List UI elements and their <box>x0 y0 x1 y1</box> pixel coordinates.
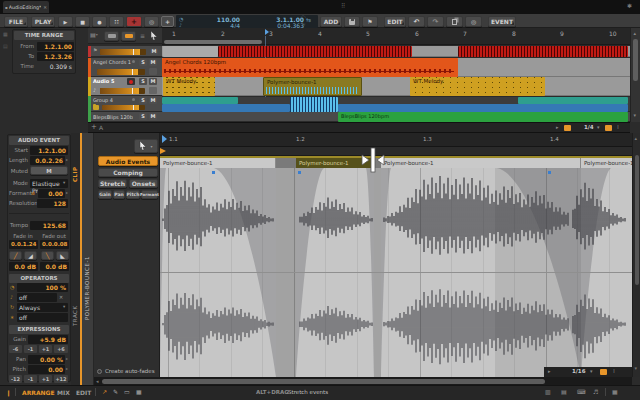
layout-dots-icon[interactable]: ⠿ <box>341 2 345 9</box>
arr-grid-dropdown-icon[interactable]: ▾ <box>597 124 600 130</box>
track-4-mute-button[interactable]: M <box>149 97 157 104</box>
angel-chords-clip[interactable]: Angel Chords 120bpm <box>162 58 458 77</box>
track-5-name[interactable]: BlepsBlips 120b.. <box>93 114 133 120</box>
stretch-marker-dot[interactable] <box>212 171 215 174</box>
polymer-audio-clip[interactable] <box>290 97 338 112</box>
track-1-mute-button[interactable]: M <box>150 48 158 55</box>
wt-melody-clip-2[interactable]: WT Melody <box>410 77 545 96</box>
teal-clip-2[interactable] <box>518 97 628 104</box>
pitch-step-+1[interactable]: +1 <box>39 375 52 383</box>
audio-event-title-1[interactable]: Polymer-bounce-1 <box>160 158 276 168</box>
red-audio-clip-2[interactable] <box>458 46 628 57</box>
panel-toggle-keyboard-icon[interactable]: ⌨ <box>577 388 586 395</box>
arranger-canvas[interactable]: 1 2 3 4 5 6 7 8 9 10 Angel Chords 120bpm… <box>162 28 630 122</box>
timing-dropdown[interactable]: Always <box>17 303 68 312</box>
cue-range-bar[interactable] <box>164 40 262 44</box>
track-2-name[interactable]: Angel Chords 120b.. <box>93 59 131 65</box>
scroll-up-icon[interactable]: ▴ <box>634 30 637 36</box>
fade-out-value[interactable]: 0.0.0.08 <box>40 240 69 249</box>
groove-button[interactable]: ∷ <box>109 16 124 27</box>
redo-button[interactable]: ↷ <box>427 16 444 27</box>
to-value[interactable]: 1.2.3.26 <box>37 52 74 61</box>
stretch-marker-dot[interactable] <box>548 171 551 174</box>
ed-grid-dropdown-icon[interactable]: ▾ <box>590 368 593 374</box>
scroll-down-icon[interactable]: ▾ <box>634 112 637 118</box>
arranger-playhead-icon[interactable] <box>265 29 269 35</box>
gain-step--1[interactable]: -1 <box>24 345 37 353</box>
panel-toggle-notes-icon[interactable]: ▥ <box>545 388 551 395</box>
timing-dropdown-icon[interactable]: ▾ <box>63 304 65 309</box>
pitch-step--1[interactable]: -1 <box>24 375 37 383</box>
track-4-solo-button[interactable]: S <box>139 97 147 104</box>
panel-strip-icon2[interactable]: ▤ <box>3 43 8 49</box>
fade-in-value[interactable]: 0.0.1.24 <box>9 240 38 249</box>
fade-out-linear-button[interactable]: ╲ <box>41 251 54 260</box>
track-display-mode-icon[interactable]: ▤▾ <box>90 31 98 38</box>
audio-event-title-3[interactable]: Polymer-bounce-1 <box>381 158 581 168</box>
editor-grid-value[interactable]: 1/16 <box>572 368 586 374</box>
track-2-solo-button[interactable]: S <box>139 59 147 66</box>
snap-toggle-icon[interactable]: ↗ <box>102 388 107 395</box>
comping-button[interactable]: Comping <box>98 168 158 177</box>
pointer-tool-icon[interactable] <box>150 31 159 41</box>
fade-curve-icon[interactable]: ∿ <box>300 20 306 28</box>
gain-step-+1[interactable]: +1 <box>39 345 52 353</box>
punch-in-button[interactable]: + <box>161 16 174 27</box>
track-3-name[interactable]: Audio 5 <box>93 78 123 84</box>
view-mix[interactable]: MIX <box>57 389 70 396</box>
mode-dropdown-icon[interactable]: ▾ <box>63 180 65 185</box>
event-tempo-value[interactable]: 125.68 <box>30 221 68 230</box>
pitch-step-+12[interactable]: +12 <box>54 375 68 383</box>
play-menu-button[interactable]: PLAY <box>31 16 55 27</box>
pitch-stepper-icon[interactable]: ▸ <box>66 366 68 371</box>
from-value[interactable]: 1.2.1.00 <box>37 42 74 51</box>
editor-canvas[interactable]: 1.1 1.2 1.3 1.4 Polymer-bounce-1 Polymer… <box>160 133 632 377</box>
track-2-monitor-dot[interactable] <box>132 60 135 63</box>
fade-in-linear-button[interactable]: ╱ <box>9 251 22 260</box>
copy-button[interactable] <box>446 16 463 27</box>
stretch-button[interactable]: Stretch <box>98 179 127 188</box>
gain-value[interactable]: +5.9 dB <box>28 335 68 344</box>
ed-zoom-grip-icon[interactable]: ⁞ <box>613 367 615 374</box>
track-3-record-arm-button[interactable] <box>127 78 135 85</box>
clip-start-marker-icon[interactable] <box>160 148 166 154</box>
settings-gear-icon[interactable]: ✱ <box>627 2 632 9</box>
project-tab[interactable]: ▪ AudioEditing* ✕ <box>3 1 49 13</box>
tab-close-icon[interactable]: ✕ <box>43 5 47 10</box>
scroll-down-icon[interactable]: ▾ <box>635 365 638 371</box>
view-edit[interactable]: EDIT <box>76 389 91 396</box>
editor-hscrollbar[interactable]: ◂ <box>94 377 632 385</box>
fade-out-db[interactable]: 0.0 dB <box>40 262 69 271</box>
pan-value[interactable]: 0.00 % <box>28 355 65 364</box>
fade-in-curve-button[interactable]: ◢ <box>24 251 37 260</box>
track-2-extra-button[interactable] <box>149 68 157 75</box>
layout-large-button[interactable] <box>121 31 136 41</box>
fade-out-curve-button[interactable]: ◣ <box>56 251 69 260</box>
pitch-button[interactable]: Pitch <box>126 190 140 199</box>
blue-lane-clip-1[interactable] <box>162 104 290 112</box>
pan-stepper-icon[interactable]: ▸ <box>66 356 68 361</box>
add-track-button[interactable]: + <box>91 123 97 131</box>
track-tab[interactable]: TRACK <box>72 292 78 326</box>
teal-clip-1[interactable] <box>162 97 238 104</box>
editor-pointer-tool-button[interactable]: ▾ <box>134 139 158 153</box>
file-menu-button[interactable]: FILE <box>4 16 28 27</box>
add-button[interactable]: ADD <box>320 16 342 27</box>
panel-toggle-file-icon[interactable]: ▤ <box>561 388 567 395</box>
chance-value[interactable]: 100 % <box>17 283 68 292</box>
wt-melody-clip-1[interactable]: WT Melody <box>163 77 215 96</box>
pitch-step--12[interactable]: -12 <box>9 375 22 383</box>
grid-tool-icon[interactable]: ▦ <box>136 388 142 395</box>
onsets-button[interactable]: Onsets <box>129 179 158 188</box>
panel-toggle-mixer-icon[interactable]: ▦ <box>612 388 618 395</box>
stretch-marker-dot[interactable] <box>298 171 301 174</box>
folder-icon[interactable] <box>93 105 99 110</box>
editor-marker-lane[interactable] <box>160 147 632 156</box>
groove-meter-icon[interactable]: ♪ <box>179 22 182 28</box>
audio-event-title-4[interactable]: Polymer-bounce-1 <box>581 158 632 168</box>
panel-toggle-note-icon[interactable]: ♬ <box>593 388 598 395</box>
track-5-solo-button[interactable]: S <box>139 113 147 120</box>
track-4-monitor-dot[interactable] <box>132 98 135 101</box>
arr-follow-icon[interactable]: ▸ <box>556 124 559 130</box>
event-menu-button[interactable]: EVENT <box>488 16 516 27</box>
